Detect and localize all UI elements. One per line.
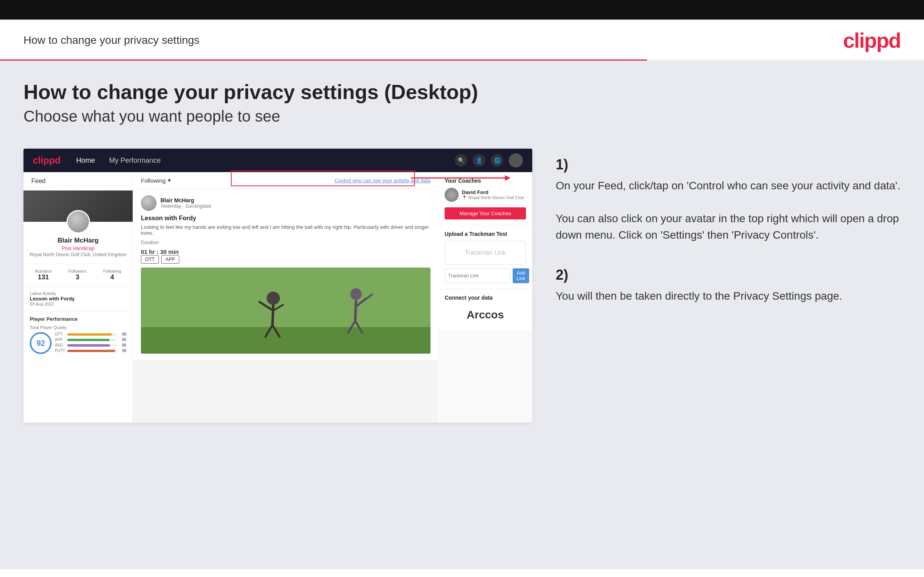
svg-line-9 <box>355 300 356 321</box>
latest-name: Lesson with Fordy <box>30 296 126 302</box>
trackman-input-row: Add Link <box>445 268 526 283</box>
app-screenshot: clippd Home My Performance 🔍 👤 🌐 Feed <box>23 149 532 422</box>
activity-user: Blair McHarg <box>160 197 211 203</box>
page-subtitle: Choose what you want people to see <box>23 108 901 125</box>
app-nav-links: Home My Performance <box>76 156 455 165</box>
bar-app: APP 85 <box>55 338 126 342</box>
latest-date: 03 Aug 2022 <box>30 302 126 306</box>
instruction-number-2: 2) <box>556 267 901 283</box>
player-performance: Player Performance Total Player Quality … <box>23 311 133 359</box>
trackman-section: Upload a Trackman Test Trackman Link Add… <box>438 225 532 289</box>
arccos-logo: Arccos <box>445 305 526 325</box>
content-columns: clippd Home My Performance 🔍 👤 🌐 Feed <box>23 149 901 422</box>
footer: Copyright Clippd 2022 <box>0 569 924 577</box>
logo: clippd <box>843 28 901 52</box>
quality-circle: 92 <box>30 332 52 354</box>
quality-bars: OTT 90 APP 85 ARG <box>55 332 126 354</box>
left-panel: Feed Blair McHarg Plus Handicap Royal No… <box>23 172 133 422</box>
quality-label: Total Player Quality <box>30 325 126 330</box>
main-content: How to change your privacy settings (Des… <box>0 61 924 569</box>
coach-name: David Ford <box>462 189 524 195</box>
user-icon[interactable]: 👤 <box>473 154 485 167</box>
latest-activity: Latest Activity Lesson with Fordy 03 Aug… <box>23 286 133 311</box>
latest-label: Latest Activity <box>30 291 126 296</box>
stat-value-followers: 3 <box>68 273 86 281</box>
activity-card: Blair McHarg Yesterday · Sunningdale Les… <box>133 189 438 360</box>
svg-marker-15 <box>505 175 511 181</box>
trackman-placeholder: Trackman Link <box>445 241 526 264</box>
svg-point-8 <box>350 288 362 300</box>
profile-avatar <box>67 210 90 234</box>
add-link-button[interactable]: Add Link <box>513 268 529 283</box>
instructions-col: 1) On your Feed, click/tap on 'Control w… <box>556 149 901 328</box>
activity-avatar <box>141 195 157 211</box>
svg-point-2 <box>267 291 280 305</box>
stat-label-activities: Activities <box>35 269 52 273</box>
nav-avatar[interactable] <box>509 153 523 167</box>
stat-followers: Followers 3 <box>68 269 86 281</box>
activity-tags: OTT APP <box>141 255 430 264</box>
stat-value-activities: 131 <box>35 273 52 281</box>
profile-banner <box>23 191 133 222</box>
coach-item: David Ford 📍 Royal North Devon Golf Club <box>445 188 526 202</box>
globe-icon[interactable]: 🌐 <box>491 154 503 167</box>
activity-duration-label: Duration <box>141 240 430 245</box>
instruction-2: 2) You will then be taken directly to th… <box>556 267 901 304</box>
right-panel: Your Coaches David Ford 📍 Royal North De… <box>438 172 532 422</box>
coach-avatar <box>445 188 459 202</box>
following-bar: Following ▾ Control who can see your act… <box>133 172 438 189</box>
bar-ott: OTT 90 <box>55 332 126 336</box>
stat-value-following: 4 <box>103 273 121 281</box>
instruction-text-1: On your Feed, click/tap on 'Control who … <box>556 178 901 243</box>
app-nav-logo: clippd <box>33 155 61 166</box>
page-title: How to change your privacy settings (Des… <box>23 80 901 104</box>
stat-activities: Activities 131 <box>35 269 52 281</box>
connect-section: Connect your data Arccos <box>438 289 532 331</box>
tag-ott: OTT <box>141 255 159 264</box>
nav-link-home[interactable]: Home <box>76 156 95 165</box>
coach-club: 📍 Royal North Devon Golf Club <box>462 195 524 200</box>
manage-coaches-button[interactable]: Manage Your Coaches <box>445 207 526 219</box>
activity-date: Yesterday · Sunningdale <box>160 203 211 209</box>
perf-title: Player Performance <box>30 316 126 322</box>
tag-app: APP <box>161 255 179 264</box>
activity-title: Lesson with Fordy <box>141 215 430 222</box>
svg-line-3 <box>272 305 273 325</box>
app-nav-icons: 🔍 👤 🌐 <box>455 153 523 167</box>
stat-label-followers: Followers <box>68 269 86 273</box>
bar-arg: ARG 86 <box>55 343 126 347</box>
activity-image <box>141 268 430 354</box>
middle-panel: Following ▾ Control who can see your act… <box>133 172 438 422</box>
trackman-link-input[interactable] <box>445 268 510 283</box>
stat-label-following: Following <box>103 269 121 273</box>
feed-tab[interactable]: Feed <box>23 172 133 191</box>
avatar-inner <box>68 211 89 232</box>
header: How to change your privacy settings clip… <box>0 20 924 59</box>
top-bar <box>0 0 924 20</box>
activity-header: Blair McHarg Yesterday · Sunningdale <box>141 195 430 211</box>
profile-handicap: Plus Handicap <box>30 245 126 251</box>
app-nav: clippd Home My Performance 🔍 👤 🌐 <box>23 149 532 172</box>
stat-following: Following 4 <box>103 269 121 281</box>
activity-desc: Looking to feel like my hands are exitin… <box>141 224 430 236</box>
bar-putt: PUTT 96 <box>55 349 126 353</box>
search-icon[interactable]: 🔍 <box>455 154 467 167</box>
svg-rect-1 <box>141 327 430 354</box>
instruction-text-2: You will then be taken directly to the P… <box>556 288 901 304</box>
connect-title: Connect your data <box>445 295 526 301</box>
app-body: Feed Blair McHarg Plus Handicap Royal No… <box>23 172 532 422</box>
trackman-title: Upload a Trackman Test <box>445 231 526 237</box>
profile-club: Royal North Devon Golf Club, United King… <box>30 252 126 257</box>
instruction-1: 1) On your Feed, click/tap on 'Control w… <box>556 156 901 243</box>
annotation-arrow-svg <box>411 170 528 190</box>
profile-name: Blair McHarg <box>30 237 126 244</box>
nav-link-performance[interactable]: My Performance <box>109 156 161 165</box>
profile-stats: Activities 131 Followers 3 Following 4 <box>23 264 133 286</box>
instruction-number-1: 1) <box>556 156 901 173</box>
quality-row: 92 OTT 90 APP 85 <box>30 332 126 354</box>
following-button[interactable]: Following ▾ <box>141 177 171 184</box>
header-title: How to change your privacy settings <box>23 34 200 47</box>
activity-duration-value: 01 hr : 30 min <box>141 248 430 255</box>
